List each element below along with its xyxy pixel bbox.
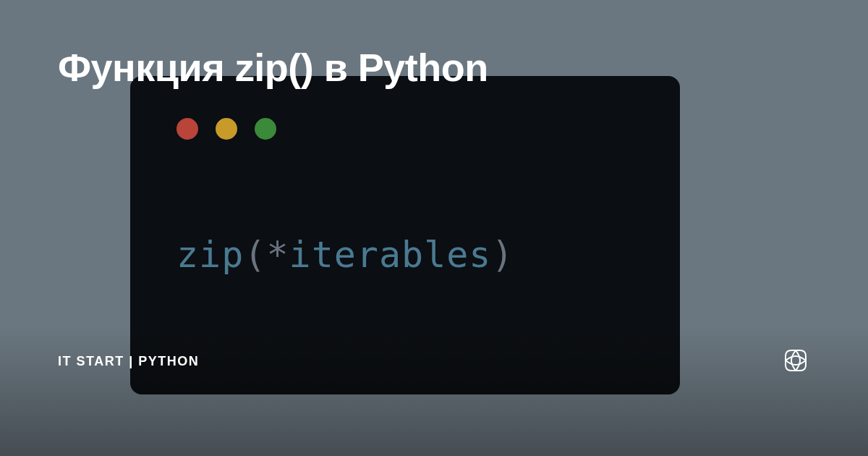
code-argument: iterables xyxy=(289,234,492,276)
code-paren-close: ) xyxy=(491,234,514,276)
window-controls xyxy=(176,118,644,140)
code-line: zip(*iterables) xyxy=(176,234,644,276)
maximize-dot-icon xyxy=(255,118,276,140)
close-dot-icon xyxy=(176,118,198,140)
code-paren-open: ( xyxy=(244,234,266,276)
platform-logo-icon xyxy=(781,346,810,375)
code-window: zip(*iterables) xyxy=(130,76,680,394)
minimize-dot-icon xyxy=(216,118,237,140)
page-title: Функция zip() в Python xyxy=(58,45,488,90)
code-function: zip xyxy=(176,234,244,276)
channel-label: IT START | PYTHON xyxy=(58,354,199,369)
code-star: * xyxy=(266,234,289,276)
